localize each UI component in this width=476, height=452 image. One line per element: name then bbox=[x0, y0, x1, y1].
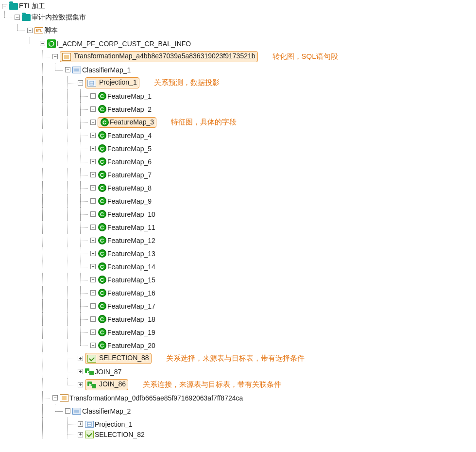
expand-icon[interactable]: + bbox=[90, 238, 96, 243]
tree-node-feature[interactable]: +CFeatureMap_20 bbox=[2, 339, 474, 352]
node-label: FeatureMap_19 bbox=[107, 329, 155, 336]
collapse-icon[interactable]: − bbox=[27, 28, 33, 33]
expand-icon[interactable]: + bbox=[90, 133, 96, 138]
node-label: FeatureMap_1 bbox=[107, 92, 152, 100]
node-label: FeatureMap_6 bbox=[107, 158, 152, 166]
feature-icon: C bbox=[98, 315, 106, 324]
feature-icon: C bbox=[98, 184, 106, 192]
feature-icon: C bbox=[98, 341, 106, 350]
feature-icon: C bbox=[98, 289, 106, 297]
collapse-icon[interactable]: − bbox=[65, 408, 70, 414]
tree-node-feature[interactable]: +CFeatureMap_2 bbox=[2, 103, 474, 116]
feature-icon: C bbox=[98, 144, 106, 153]
tree-node-feature[interactable]: +CFeatureMap_6 bbox=[2, 155, 474, 168]
tree-node[interactable]: − 审计内控数据集市 bbox=[2, 11, 474, 24]
expand-icon[interactable]: + bbox=[90, 330, 96, 335]
collapse-icon[interactable]: − bbox=[2, 4, 7, 9]
projection-icon bbox=[85, 420, 94, 429]
expand-icon[interactable]: + bbox=[90, 316, 96, 322]
feature-icon: C bbox=[98, 171, 106, 179]
collapse-icon[interactable]: − bbox=[52, 54, 58, 59]
selection-icon bbox=[87, 354, 96, 363]
collapse-icon[interactable]: − bbox=[52, 395, 58, 400]
expand-icon[interactable]: + bbox=[78, 356, 83, 361]
classifier-icon bbox=[72, 407, 81, 416]
tree-node-feature[interactable]: +CFeatureMap_18 bbox=[2, 313, 474, 326]
tree-node-feature[interactable]: +CFeatureMap_4 bbox=[2, 129, 474, 142]
expand-icon[interactable]: + bbox=[90, 303, 96, 309]
tree-node-feature[interactable]: +CFeatureMap_12 bbox=[2, 234, 474, 247]
tree-node-feature[interactable]: +CFeatureMap_11 bbox=[2, 221, 474, 234]
projection-icon bbox=[87, 79, 96, 87]
expand-icon[interactable]: + bbox=[78, 369, 83, 374]
expand-icon[interactable]: + bbox=[90, 146, 96, 151]
expand-icon[interactable]: + bbox=[78, 421, 83, 427]
expand-icon[interactable]: + bbox=[90, 120, 96, 125]
feature-icon: C bbox=[100, 118, 109, 127]
node-label: SELECTION_88 bbox=[99, 354, 149, 362]
annotation-text: 关系连接，来源表与目标表，带有关联条件 bbox=[143, 380, 281, 389]
tree-node[interactable]: − ClassifierMap_2 bbox=[2, 404, 474, 417]
node-label: FeatureMap_20 bbox=[107, 342, 155, 349]
expand-icon[interactable]: + bbox=[90, 211, 96, 217]
tree-node-feature[interactable]: +CFeatureMap_15 bbox=[2, 273, 474, 286]
collapse-icon[interactable]: − bbox=[40, 41, 45, 46]
node-label: FeatureMap_4 bbox=[107, 132, 152, 139]
selection-icon bbox=[85, 431, 94, 438]
feature-icon: C bbox=[98, 302, 106, 311]
node-label: Projection_1 bbox=[95, 420, 133, 428]
tree-node-feature[interactable]: +CFeatureMap_19 bbox=[2, 326, 474, 339]
collapse-icon[interactable]: − bbox=[78, 80, 83, 86]
expand-icon[interactable]: + bbox=[90, 93, 96, 99]
expand-icon[interactable]: + bbox=[90, 198, 96, 204]
expand-icon[interactable]: + bbox=[90, 277, 96, 282]
tree-node-feature[interactable]: +CFeatureMap_1 bbox=[2, 89, 474, 103]
collapse-icon[interactable]: − bbox=[65, 67, 70, 72]
tree-node[interactable]: + JOIN_87 bbox=[2, 365, 474, 378]
collapse-icon[interactable]: − bbox=[15, 15, 20, 20]
tree-node-feature[interactable]: +CFeatureMap_14 bbox=[2, 260, 474, 273]
folder-icon bbox=[22, 13, 31, 22]
node-label: ClassifierMap_1 bbox=[82, 66, 131, 74]
expand-icon[interactable]: + bbox=[78, 382, 83, 387]
tree-node-feature[interactable]: +CFeatureMap_10 bbox=[2, 208, 474, 221]
expand-icon[interactable]: + bbox=[90, 225, 96, 230]
expand-icon[interactable]: + bbox=[78, 432, 83, 437]
node-label: ClassifierMap_2 bbox=[82, 407, 131, 415]
tree-node[interactable]: − TransformationMap_0dfb665ae85f97169206… bbox=[2, 391, 474, 404]
node-label: FeatureMap_5 bbox=[107, 145, 152, 153]
tree-node-feature[interactable]: +CFeatureMap_13 bbox=[2, 247, 474, 260]
annotation-text: 特征图，具体的字段 bbox=[171, 118, 237, 127]
tree-node-feature[interactable]: +CFeatureMap_5 bbox=[2, 142, 474, 155]
tree-node[interactable]: − ETL 脚本 bbox=[2, 24, 474, 37]
node-label: FeatureMap_16 bbox=[107, 289, 155, 297]
tree-node-feature[interactable]: +CFeatureMap_8 bbox=[2, 181, 474, 194]
tree-node[interactable]: − ClassifierMap_1 bbox=[2, 63, 474, 76]
tree-node-root[interactable]: − ETL加工 bbox=[2, 2, 474, 11]
tree-view: − ETL加工 − 审计内控数据集市 − ETL 脚本 − I_ACDM_PF_… bbox=[0, 0, 476, 440]
feature-icon: C bbox=[98, 157, 106, 166]
expand-icon[interactable]: + bbox=[90, 251, 96, 256]
expand-icon[interactable]: + bbox=[90, 343, 96, 348]
tree-node-feature[interactable]: +CFeatureMap_3特征图，具体的字段 bbox=[2, 116, 474, 129]
tree-node-feature[interactable]: +CFeatureMap_17 bbox=[2, 299, 474, 313]
expand-icon[interactable]: + bbox=[90, 264, 96, 269]
expand-icon[interactable]: + bbox=[90, 172, 96, 177]
join-icon bbox=[85, 367, 94, 376]
tree-node-join[interactable]: + JOIN_86 关系连接，来源表与目标表，带有关联条件 bbox=[2, 378, 474, 391]
tree-node-feature[interactable]: +CFeatureMap_16 bbox=[2, 286, 474, 299]
expand-icon[interactable]: + bbox=[90, 159, 96, 164]
expand-icon[interactable]: + bbox=[90, 290, 96, 296]
expand-icon[interactable]: + bbox=[90, 106, 96, 112]
tree-node[interactable]: + SELECTION_82 bbox=[2, 431, 474, 438]
tree-node-projection[interactable]: − Projection_1 关系预测，数据投影 bbox=[2, 76, 474, 89]
tree-node[interactable]: + Projection_1 bbox=[2, 417, 474, 431]
annotation-text: 转化图，SQL语句段 bbox=[272, 52, 338, 61]
tree-node-selection[interactable]: + SELECTION_88 关系选择，来源表与目标表，带有选择条件 bbox=[2, 352, 474, 365]
feature-icon: C bbox=[98, 197, 106, 206]
tree-node-feature[interactable]: +CFeatureMap_9 bbox=[2, 194, 474, 208]
expand-icon[interactable]: + bbox=[90, 185, 96, 191]
tree-node-feature[interactable]: +CFeatureMap_7 bbox=[2, 168, 474, 181]
tree-node-transformation-map[interactable]: − TransformationMap_a4bb8e37039a5a836319… bbox=[2, 50, 474, 63]
tree-node[interactable]: − I_ACDM_PF_CORP_CUST_CR_BAL_INFO bbox=[2, 37, 474, 50]
